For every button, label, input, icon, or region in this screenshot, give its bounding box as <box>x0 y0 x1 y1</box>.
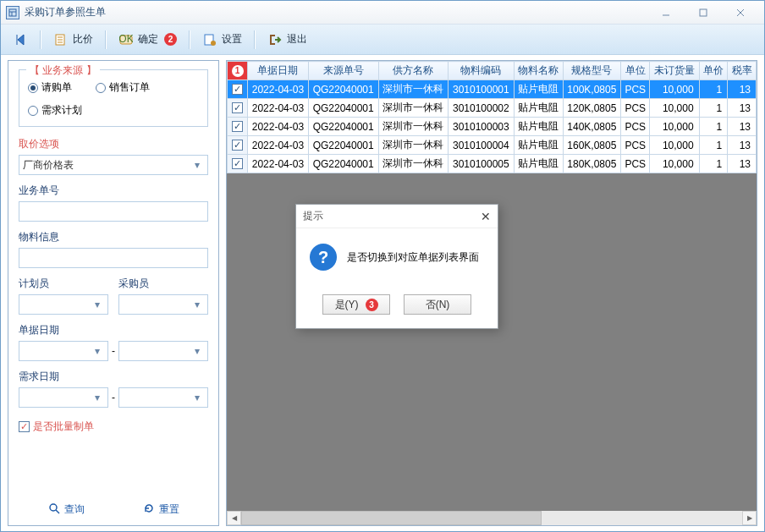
cell-date[interactable]: 2022-04-03 <box>248 155 309 173</box>
col-qty[interactable]: 未订货量 <box>650 62 699 80</box>
need-date-from[interactable]: ▾ <box>19 387 108 408</box>
scroll-left-button[interactable]: ◀ <box>227 511 241 525</box>
cell-date[interactable]: 2022-04-03 <box>248 80 309 99</box>
cell-src[interactable]: QG22040001 <box>308 80 378 99</box>
price-option-combo[interactable]: 厂商价格表▾ <box>19 155 208 175</box>
cell-mat_code[interactable]: 3010100003 <box>449 118 514 136</box>
cell-supplier[interactable]: 深圳市一休科 <box>378 80 449 99</box>
minimize-button[interactable] <box>647 3 685 23</box>
row-checkbox[interactable] <box>232 158 243 169</box>
cell-tax[interactable]: 13 <box>728 118 757 136</box>
col-supplier[interactable]: 供方名称 <box>378 62 449 80</box>
doc-date-to[interactable]: ▾ <box>118 341 208 361</box>
cell-qty[interactable]: 10,000 <box>650 155 699 173</box>
cell-spec[interactable]: 160K,0805 <box>563 136 620 155</box>
cell-supplier[interactable]: 深圳市一休科 <box>378 136 449 155</box>
confirm-button[interactable]: OK 确定 2 <box>113 29 182 51</box>
cell-supplier[interactable]: 深圳市一休科 <box>378 118 449 136</box>
col-spec[interactable]: 规格型号 <box>563 62 620 80</box>
table-row[interactable]: 2022-04-03QG22040001深圳市一休科3010100004贴片电阻… <box>228 136 757 155</box>
nav-first-button[interactable] <box>8 29 33 51</box>
cell-unit[interactable]: PCS <box>621 80 650 99</box>
radio-sales[interactable]: 销售订单 <box>96 80 150 95</box>
cell-unit[interactable]: PCS <box>621 155 650 173</box>
cell-price[interactable]: 1 <box>699 155 728 173</box>
material-input[interactable] <box>19 248 208 268</box>
col-unit[interactable]: 单位 <box>621 62 650 80</box>
cell-tax[interactable]: 13 <box>728 136 757 155</box>
cell-tax[interactable]: 13 <box>728 80 757 99</box>
row-checkbox-cell[interactable] <box>228 118 248 136</box>
cell-mat_name[interactable]: 贴片电阻 <box>514 155 563 173</box>
planner-combo[interactable]: ▾ <box>19 294 108 315</box>
settings-button[interactable]: 设置 <box>197 29 247 51</box>
doc-date-from[interactable]: ▾ <box>19 341 108 361</box>
dialog-no-button[interactable]: 否(N) <box>404 294 471 315</box>
cell-date[interactable]: 2022-04-03 <box>248 136 309 155</box>
row-checkbox[interactable] <box>232 140 243 151</box>
cell-date[interactable]: 2022-04-03 <box>248 99 309 118</box>
row-checkbox-cell[interactable] <box>228 80 248 99</box>
compare-button[interactable]: 比价 <box>48 29 98 51</box>
cell-src[interactable]: QG22040001 <box>308 118 378 136</box>
data-grid[interactable]: 1 单据日期 来源单号 供方名称 物料编码 物料名称 规格型号 单位 未订货量 … <box>227 61 757 173</box>
radio-purchase[interactable]: 请购单 <box>28 80 72 95</box>
col-src[interactable]: 来源单号 <box>308 62 378 80</box>
close-button[interactable] <box>722 3 759 23</box>
row-checkbox-cell[interactable] <box>228 155 248 173</box>
cell-qty[interactable]: 10,000 <box>650 99 699 118</box>
cell-unit[interactable]: PCS <box>621 118 650 136</box>
cell-spec[interactable]: 100K,0805 <box>563 80 620 99</box>
cell-spec[interactable]: 140K,0805 <box>563 118 620 136</box>
dialog-yes-button[interactable]: 是(Y) 3 <box>322 294 390 315</box>
cell-qty[interactable]: 10,000 <box>650 136 699 155</box>
cell-tax[interactable]: 13 <box>728 99 757 118</box>
col-matcode[interactable]: 物料编码 <box>449 62 514 80</box>
row-checkbox[interactable] <box>232 102 243 113</box>
cell-qty[interactable]: 10,000 <box>650 118 699 136</box>
scroll-right-button[interactable]: ▶ <box>742 511 757 525</box>
cell-qty[interactable]: 10,000 <box>650 80 699 99</box>
cell-mat_code[interactable]: 3010100004 <box>449 136 514 155</box>
radio-demand[interactable]: 需求计划 <box>28 103 82 118</box>
cell-spec[interactable]: 180K,0805 <box>563 155 620 173</box>
buyer-combo[interactable]: ▾ <box>118 294 208 315</box>
biz-no-input[interactable] <box>19 201 208 222</box>
table-row[interactable]: 2022-04-03QG22040001深圳市一休科3010100002贴片电阻… <box>228 99 757 118</box>
need-date-to[interactable]: ▾ <box>118 387 208 408</box>
table-row[interactable]: 2022-04-03QG22040001深圳市一休科3010100003贴片电阻… <box>228 118 757 136</box>
query-button[interactable]: 查询 <box>48 502 85 517</box>
cell-mat_name[interactable]: 贴片电阻 <box>514 99 563 118</box>
cell-tax[interactable]: 13 <box>728 155 757 173</box>
cell-date[interactable]: 2022-04-03 <box>248 118 309 136</box>
cell-mat_name[interactable]: 贴片电阻 <box>514 118 563 136</box>
cell-mat_name[interactable]: 贴片电阻 <box>514 136 563 155</box>
h-scrollbar[interactable]: ◀ ▶ <box>227 511 757 525</box>
cell-price[interactable]: 1 <box>699 118 728 136</box>
scroll-thumb[interactable] <box>241 511 542 525</box>
reset-button[interactable]: 重置 <box>143 502 179 517</box>
exit-button[interactable]: 退出 <box>262 29 312 51</box>
col-matname[interactable]: 物料名称 <box>514 62 563 80</box>
cell-supplier[interactable]: 深圳市一休科 <box>378 99 449 118</box>
cell-src[interactable]: QG22040001 <box>308 136 378 155</box>
table-row[interactable]: 2022-04-03QG22040001深圳市一休科3010100005贴片电阻… <box>228 155 757 173</box>
batch-checkbox[interactable] <box>19 421 30 432</box>
cell-src[interactable]: QG22040001 <box>308 99 378 118</box>
grid-corner[interactable]: 1 <box>228 62 248 80</box>
cell-mat_name[interactable]: 贴片电阻 <box>514 80 563 99</box>
row-checkbox[interactable] <box>232 121 243 132</box>
cell-mat_code[interactable]: 3010100002 <box>449 99 514 118</box>
col-price[interactable]: 单价 <box>699 62 728 80</box>
cell-price[interactable]: 1 <box>699 99 728 118</box>
cell-price[interactable]: 1 <box>699 80 728 99</box>
col-tax[interactable]: 税率 <box>728 62 757 80</box>
cell-price[interactable]: 1 <box>699 136 728 155</box>
row-checkbox-cell[interactable] <box>228 136 248 155</box>
cell-unit[interactable]: PCS <box>621 99 650 118</box>
col-date[interactable]: 单据日期 <box>248 62 309 80</box>
row-checkbox[interactable] <box>232 84 243 95</box>
row-checkbox-cell[interactable] <box>228 99 248 118</box>
dialog-close-button[interactable]: ✕ <box>481 210 491 223</box>
cell-src[interactable]: QG22040001 <box>308 155 378 173</box>
